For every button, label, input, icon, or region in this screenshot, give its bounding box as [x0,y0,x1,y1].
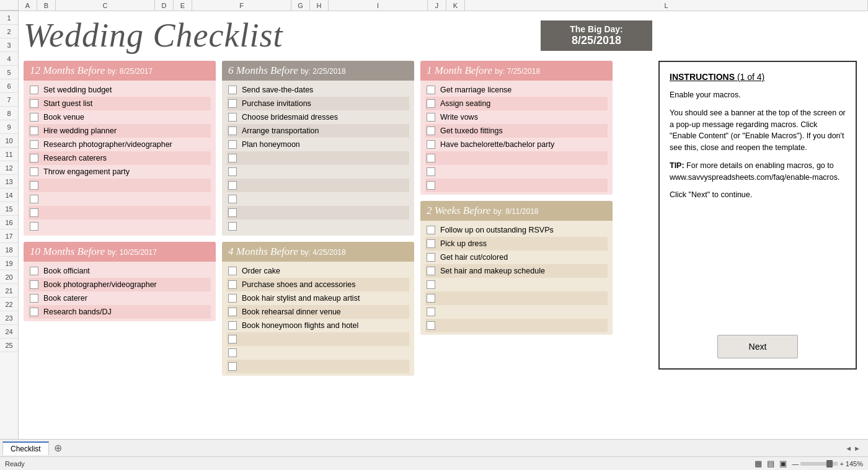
list-item[interactable]: Get marriage license [425,83,608,97]
checkbox[interactable] [228,321,237,330]
col-header-k[interactable]: K [446,0,465,11]
list-item[interactable]: Book rehearsal dinner venue [227,305,409,319]
list-item[interactable]: Book photographer/videographer [29,278,211,291]
checkbox[interactable] [427,308,435,316]
checkbox[interactable] [30,126,38,135]
checkbox[interactable] [30,140,38,149]
checkbox[interactable] [427,113,435,122]
list-item[interactable]: Research caterers [29,151,211,165]
checkbox[interactable] [30,222,38,231]
zoom-plus-button[interactable]: + [839,460,843,468]
checkbox[interactable] [30,294,38,303]
checkbox[interactable] [228,348,237,357]
checkbox[interactable] [228,126,237,135]
checkbox[interactable] [427,280,435,289]
col-header-l[interactable]: L [465,0,868,11]
checkbox[interactable] [228,308,237,316]
list-item[interactable]: Purchase invitations [227,97,409,110]
checkbox[interactable] [427,140,435,149]
checkbox[interactable] [427,294,435,303]
list-item[interactable]: Start guest list [29,97,211,110]
checkbox[interactable] [30,267,38,275]
list-item[interactable]: Get tuxedo fittings [425,124,608,138]
list-item[interactable]: Purchase shoes and accessories [227,278,409,291]
zoom-minus-button[interactable]: — [792,460,799,468]
col-header-b[interactable]: B [37,0,56,11]
checkbox[interactable] [228,195,237,203]
zoom-slider[interactable] [800,462,838,466]
col-header-d[interactable]: D [155,0,174,11]
checkbox[interactable] [30,86,38,94]
checkbox[interactable] [228,99,237,108]
checkbox[interactable] [30,280,38,289]
checkbox[interactable] [427,126,435,135]
checkbox[interactable] [427,86,435,94]
view-layout-icon[interactable]: ▣ [779,459,787,468]
col-header-j[interactable]: J [428,0,446,11]
list-item[interactable]: Book honeymoon flights and hotel [227,319,409,332]
sheet-tab-checklist[interactable]: Checklist [2,441,49,455]
list-item[interactable]: Assign seating [425,97,608,110]
col-header-g[interactable]: G [291,0,310,11]
col-header-h[interactable]: H [310,0,329,11]
list-item[interactable]: Plan honeymoon [227,138,409,151]
checkbox[interactable] [228,167,237,176]
checkbox[interactable] [30,154,38,162]
next-button[interactable]: Next [717,335,799,358]
checkbox[interactable] [30,99,38,108]
checkbox[interactable] [228,113,237,122]
view-page-icon[interactable]: ▤ [767,459,774,468]
checkbox[interactable] [228,222,237,231]
col-header-f[interactable]: F [192,0,291,11]
list-item[interactable]: Research photographer/videographer [29,138,211,151]
list-item[interactable]: Set wedding budget [29,83,211,97]
checkbox[interactable] [30,308,38,316]
list-item[interactable]: Have bachelorette/bachelor party [425,138,608,151]
checkbox[interactable] [427,154,435,162]
list-item[interactable]: Book venue [29,110,211,124]
list-item[interactable]: Set hair and makeup schedule [425,264,608,278]
list-item[interactable]: Choose bridesmaid dresses [227,110,409,124]
checkbox[interactable] [30,195,38,203]
col-header-a[interactable]: A [19,0,37,11]
checkbox[interactable] [427,226,435,234]
checkbox[interactable] [427,321,435,330]
checkbox[interactable] [228,140,237,149]
list-item[interactable]: Order cake [227,264,409,278]
checkbox[interactable] [228,208,237,217]
checkbox[interactable] [427,181,435,190]
list-item[interactable]: Book caterer [29,291,211,305]
list-item[interactable]: Book hair stylist and makeup artist [227,291,409,305]
checkbox[interactable] [427,253,435,262]
checkbox[interactable] [228,280,237,289]
list-item[interactable]: Get hair cut/colored [425,251,608,264]
checkbox[interactable] [30,181,38,190]
checkbox[interactable] [427,167,435,176]
checkbox[interactable] [427,99,435,108]
list-item[interactable]: Follow up on outstanding RSVPs [425,223,608,237]
list-item[interactable]: Pick up dress [425,237,608,251]
list-item[interactable]: Hire wedding planner [29,124,211,138]
checkbox[interactable] [30,113,38,122]
add-sheet-button[interactable]: ⊕ [50,442,66,454]
list-item[interactable]: Arrange transportation [227,124,409,138]
view-normal-icon[interactable]: ▦ [755,459,762,468]
checkbox[interactable] [228,154,237,162]
checkbox[interactable] [228,335,237,344]
checkbox[interactable] [427,267,435,275]
list-item[interactable]: Send save-the-dates [227,83,409,97]
checkbox[interactable] [228,267,237,275]
checkbox[interactable] [30,208,38,217]
checkbox[interactable] [228,362,237,371]
col-header-i[interactable]: I [329,0,428,11]
checkbox[interactable] [30,167,38,176]
checkbox[interactable] [228,294,237,303]
col-header-c[interactable]: C [56,0,155,11]
list-item[interactable]: Research bands/DJ [29,305,211,319]
checkbox[interactable] [228,86,237,94]
list-item[interactable]: Throw engagement party [29,165,211,179]
checkbox[interactable] [427,239,435,248]
list-item[interactable]: Book officiant [29,264,211,278]
col-header-e[interactable]: E [174,0,192,11]
list-item[interactable]: Write vows [425,110,608,124]
